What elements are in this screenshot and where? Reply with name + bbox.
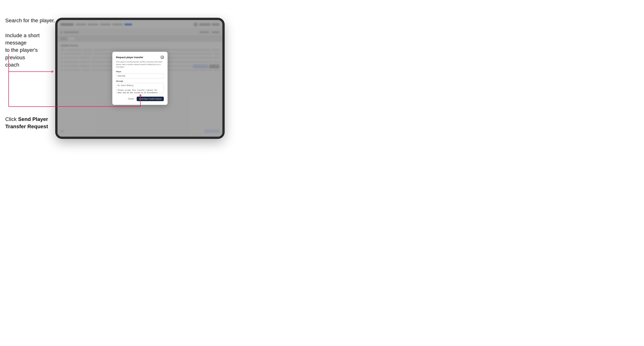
modal-overlay: Request player transfer ✕ If the player … bbox=[58, 20, 222, 137]
player-field-label: Player bbox=[116, 71, 164, 73]
modal-close-button[interactable]: ✕ bbox=[160, 55, 164, 59]
annotation-search: Search for the player. bbox=[5, 17, 55, 24]
modal-footer: Cancel Send Player Transfer Request bbox=[116, 97, 164, 101]
modal-header: Request player transfer ✕ bbox=[116, 55, 164, 59]
request-transfer-modal: Request player transfer ✕ If the player … bbox=[112, 52, 168, 105]
tablet-screen: Update Roster bbox=[58, 20, 222, 137]
send-transfer-request-button[interactable]: Send Player Transfer Request bbox=[137, 97, 164, 101]
modal-description: If the player is transferring from anoth… bbox=[116, 61, 164, 68]
modal-title: Request player transfer bbox=[116, 56, 143, 59]
player-input[interactable] bbox=[116, 73, 164, 78]
tablet-device: Update Roster bbox=[55, 18, 225, 139]
cancel-button[interactable]: Cancel bbox=[126, 97, 135, 101]
annotation-click: Click Send Player Transfer Request bbox=[5, 116, 54, 130]
annotation-message: Include a short messageto the player's p… bbox=[5, 32, 54, 68]
message-field-label: Message bbox=[116, 80, 164, 82]
message-textarea[interactable]: Hi Coach McHarg, Please accept this tran… bbox=[116, 83, 164, 93]
